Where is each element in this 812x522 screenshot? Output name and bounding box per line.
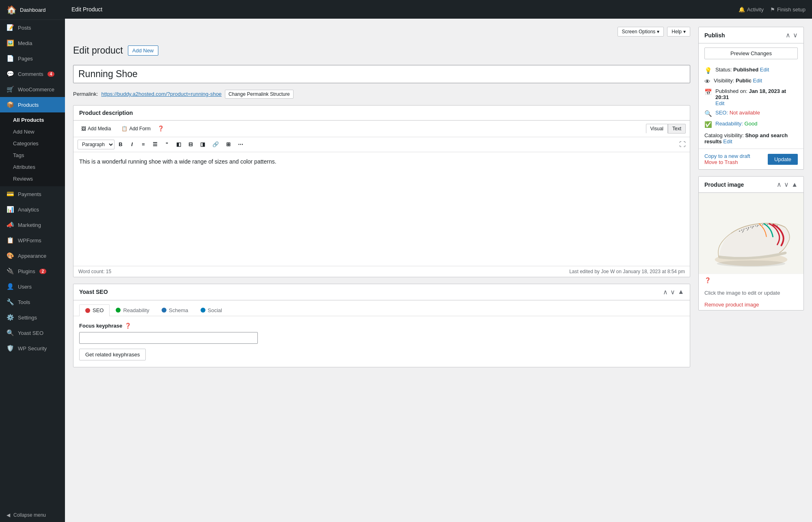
readability-link[interactable]: Readability:	[715, 121, 743, 127]
activity-btn[interactable]: 🔔 Activity	[739, 6, 764, 13]
sidebar-item-analytics[interactable]: 📊 Analytics	[0, 202, 65, 217]
product-image-close-btn[interactable]: ▲	[791, 181, 798, 188]
sidebar-sub-add-new[interactable]: Add New	[0, 126, 65, 138]
adminbar: Edit Product 🔔 Activity ⚑ Finish setup	[65, 0, 812, 19]
expand-editor-button[interactable]: ⛶	[679, 141, 686, 148]
permalink-link[interactable]: https://buddy.a2hosted.com/?product=runn…	[101, 91, 221, 97]
sidebar-item-woocommerce[interactable]: 🛒 WooCommerce	[0, 82, 65, 97]
add-new-button[interactable]: Add New	[128, 45, 158, 56]
more-options-button[interactable]: ⋯	[235, 140, 246, 149]
get-keyphrases-button[interactable]: Get related keyphrases	[79, 349, 146, 360]
product-image-footer: Click the image to edit or update	[699, 287, 803, 299]
sidebar-item-settings[interactable]: ⚙️ Settings	[0, 310, 65, 325]
product-image-collapse-btn[interactable]: ∧	[777, 181, 782, 188]
publish-visibility-row: 👁 Visibility: Public Edit	[704, 78, 798, 85]
permalink-row: Permalink: https://buddy.a2hosted.com/?p…	[73, 90, 690, 99]
yoast-readability-tab[interactable]: Readability	[110, 304, 155, 316]
yoast-seo-tab[interactable]: SEO	[79, 304, 110, 316]
permalink-label: Permalink:	[73, 91, 98, 97]
product-title-input[interactable]	[73, 65, 690, 83]
publish-date-row: 📅 Published on: Jan 18, 2023 at 20:31 Ed…	[704, 88, 798, 106]
security-icon: 🛡️	[6, 345, 14, 352]
sidebar-sub-all-products[interactable]: All Products	[0, 114, 65, 126]
publish-collapse-btn[interactable]: ∧	[786, 31, 790, 39]
published-on-edit-link[interactable]: Edit	[715, 100, 724, 106]
collapse-menu-btn[interactable]: ◀ Collapse menu	[0, 508, 65, 522]
add-form-button[interactable]: 📋 Add Form	[118, 124, 154, 134]
copy-draft-link[interactable]: Copy to a new draft	[704, 153, 750, 159]
sidebar-item-appearance[interactable]: 🎨 Appearance	[0, 248, 65, 263]
product-image-panel: Product image ∧ ∨ ▲	[698, 176, 804, 311]
product-image-expand-btn[interactable]: ∨	[784, 181, 789, 188]
focus-keyphrase-input[interactable]	[79, 332, 258, 344]
unordered-list-button[interactable]: ≡	[138, 140, 149, 149]
keyphrase-help-icon[interactable]: ❓	[125, 323, 131, 329]
social-status-dot	[201, 308, 205, 313]
catalog-visibility-row: Catalog visibility: Shop and search resu…	[699, 132, 803, 149]
sidebar-dashboard-item[interactable]: Dashboard	[20, 7, 46, 13]
product-image-container[interactable]	[699, 193, 803, 274]
product-image-header: Product image ∧ ∨ ▲	[699, 177, 803, 193]
remove-product-image-link[interactable]: Remove product image	[699, 299, 803, 310]
align-right-button[interactable]: ◨	[197, 140, 208, 149]
sidebar-sub-reviews[interactable]: Reviews	[0, 173, 65, 185]
sidebar-item-posts[interactable]: 📝 Posts	[0, 20, 65, 35]
sidebar-item-wp-security[interactable]: 🛡️ WP Security	[0, 341, 65, 356]
catalog-visibility-edit-link[interactable]: Edit	[723, 138, 732, 145]
sidebar-item-marketing[interactable]: 📣 Marketing	[0, 217, 65, 233]
yoast-collapse-btn[interactable]: ∧	[663, 288, 668, 296]
sidebar-item-products[interactable]: 📦 Products	[0, 97, 65, 112]
help-button[interactable]: Help ▾	[667, 27, 690, 37]
blockquote-button[interactable]: "	[162, 140, 172, 149]
publish-expand-btn[interactable]: ∨	[793, 31, 798, 39]
sidebar-item-media[interactable]: 🖼️ Media	[0, 35, 65, 51]
visibility-edit-link[interactable]: Edit	[753, 78, 762, 84]
add-media-icon: 🖼	[81, 126, 86, 132]
bold-button[interactable]: B	[115, 140, 126, 149]
move-trash-link[interactable]: Move to Trash	[704, 159, 738, 165]
align-left-button[interactable]: ◧	[173, 140, 184, 149]
paragraph-select[interactable]: Paragraph	[78, 140, 114, 149]
link-button[interactable]: 🔗	[209, 140, 222, 149]
italic-button[interactable]: I	[127, 140, 137, 149]
sidebar-item-wpforms[interactable]: 📋 WPForms	[0, 233, 65, 248]
finish-setup-btn[interactable]: ⚑ Finish setup	[770, 6, 806, 13]
status-edit-link[interactable]: Edit	[760, 67, 769, 73]
change-permalink-button[interactable]: Change Permalink Structure	[225, 90, 294, 99]
yoast-social-tab[interactable]: Social	[194, 304, 228, 316]
sidebar-sub-categories[interactable]: Categories	[0, 138, 65, 149]
sidebar-item-comments[interactable]: 💬 Comments 4	[0, 66, 65, 82]
ordered-list-button[interactable]: ☰	[149, 140, 161, 149]
text-tab[interactable]: Text	[668, 124, 686, 134]
calendar-icon: 📅	[704, 88, 712, 96]
yoast-schema-tab[interactable]: Schema	[155, 304, 194, 316]
sidebar-sub-tags[interactable]: Tags	[0, 149, 65, 161]
yoast-close-btn[interactable]: ▲	[678, 288, 684, 296]
yoast-expand-btn[interactable]: ∨	[670, 288, 675, 296]
align-center-button[interactable]: ⊟	[185, 140, 196, 149]
sidebar-item-plugins[interactable]: 🔌 Plugins 2	[0, 263, 65, 279]
update-button[interactable]: Update	[768, 154, 798, 165]
adminbar-right: 🔔 Activity ⚑ Finish setup	[739, 6, 806, 13]
svg-point-6	[717, 260, 786, 267]
preview-changes-button[interactable]: Preview Changes	[704, 47, 798, 59]
pages-icon: 📄	[6, 55, 14, 62]
yoast-seo-panel: Yoast SEO ∧ ∨ ▲ SEO Readability	[73, 284, 690, 367]
editor-area[interactable]: This is a wonderful running shoe with a …	[73, 152, 690, 266]
sidebar-item-users[interactable]: 👤 Users	[0, 279, 65, 294]
insert-table-button[interactable]: ⊞	[223, 140, 234, 149]
editor-help-icon[interactable]: ❓	[158, 125, 164, 132]
sidebar-item-yoast-seo[interactable]: 🔍 Yoast SEO	[0, 325, 65, 341]
sidebar-item-pages[interactable]: 📄 Pages	[0, 51, 65, 66]
product-description-panel: Product description 🖼 Add Media 📋 Add Fo…	[73, 105, 690, 277]
sidebar-sub-attributes[interactable]: Attributes	[0, 161, 65, 173]
sidebar-item-payments[interactable]: 💳 Payments	[0, 186, 65, 202]
screen-options-button[interactable]: Screen Options ▾	[618, 27, 664, 37]
last-edited-label: Last edited by Joe W on January 18, 2023…	[569, 269, 685, 274]
visual-tab[interactable]: Visual	[646, 124, 668, 134]
seo-link[interactable]: SEO:	[715, 110, 728, 116]
add-media-button[interactable]: 🖼 Add Media	[78, 124, 114, 134]
yoast-panel-header: Yoast SEO ∧ ∨ ▲	[73, 284, 690, 300]
publish-status-row: 💡 Status: Published Edit	[704, 67, 798, 74]
sidebar-item-tools[interactable]: 🔧 Tools	[0, 294, 65, 310]
